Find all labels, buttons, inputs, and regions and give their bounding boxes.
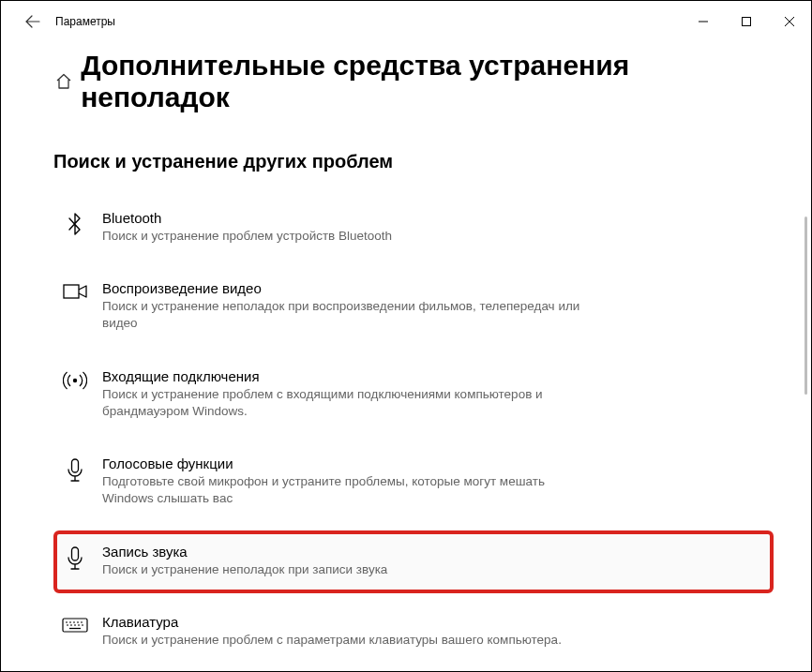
bluetooth-icon xyxy=(61,210,89,236)
window-controls xyxy=(682,1,811,42)
item-desc: Поиск и устранение проблем с входящими п… xyxy=(102,386,590,420)
microphone-icon xyxy=(61,455,89,484)
home-icon xyxy=(54,72,73,91)
arrow-left-icon xyxy=(25,14,40,29)
microphone-icon xyxy=(61,544,89,572)
page-header: Дополнительные средства устранения непол… xyxy=(1,42,811,113)
scrollbar-thumb[interactable] xyxy=(804,217,807,395)
titlebar: Параметры xyxy=(1,1,811,42)
svg-rect-7 xyxy=(72,547,79,560)
item-desc: Поиск и устранение неполадок при воспрои… xyxy=(102,298,590,332)
app-title: Параметры xyxy=(55,15,115,28)
item-desc: Подготовьте свой микрофон и устраните пр… xyxy=(102,473,590,507)
item-title: Bluetooth xyxy=(102,210,392,226)
home-button[interactable] xyxy=(53,71,73,92)
item-title: Голосовые функции xyxy=(102,455,590,471)
item-recording-audio[interactable]: Запись звука Поиск и устранение неполадо… xyxy=(53,530,774,593)
close-button[interactable] xyxy=(768,1,811,42)
item-speech[interactable]: Голосовые функции Подготовьте свой микро… xyxy=(53,442,774,522)
svg-rect-6 xyxy=(72,459,79,472)
page-title: Дополнительные средства устранения непол… xyxy=(81,50,759,113)
item-desc: Поиск и устранение проблем устройств Blu… xyxy=(102,228,392,245)
broadcast-icon xyxy=(61,368,89,391)
item-desc: Поиск и устранение проблем с параметрами… xyxy=(102,632,562,649)
item-bluetooth[interactable]: Bluetooth Поиск и устранение проблем уст… xyxy=(53,197,774,260)
keyboard-icon xyxy=(61,614,89,635)
maximize-icon xyxy=(741,16,752,27)
svg-rect-1 xyxy=(743,18,751,26)
item-desc: Поиск и устранение неполадок при записи … xyxy=(102,561,387,578)
item-title: Запись звука xyxy=(102,544,387,560)
back-button[interactable] xyxy=(18,7,48,37)
section-heading: Поиск и устранение других проблем xyxy=(53,151,811,172)
item-title: Воспроизведение видео xyxy=(102,280,590,296)
minimize-button[interactable] xyxy=(682,1,725,42)
svg-rect-4 xyxy=(64,285,79,298)
item-incoming-connections[interactable]: Входящие подключения Поиск и устранение … xyxy=(53,355,774,435)
minimize-icon xyxy=(698,16,709,27)
item-keyboard[interactable]: Клавиатура Поиск и устранение проблем с … xyxy=(53,601,774,664)
maximize-button[interactable] xyxy=(725,1,768,42)
item-title: Входящие подключения xyxy=(102,368,590,384)
troubleshooter-list: Bluetooth Поиск и устранение проблем уст… xyxy=(1,197,811,672)
item-video-playback[interactable]: Воспроизведение видео Поиск и устранение… xyxy=(53,267,774,347)
item-title: Клавиатура xyxy=(102,614,562,630)
svg-point-5 xyxy=(73,378,77,381)
video-icon xyxy=(61,280,89,301)
close-icon xyxy=(784,16,795,27)
